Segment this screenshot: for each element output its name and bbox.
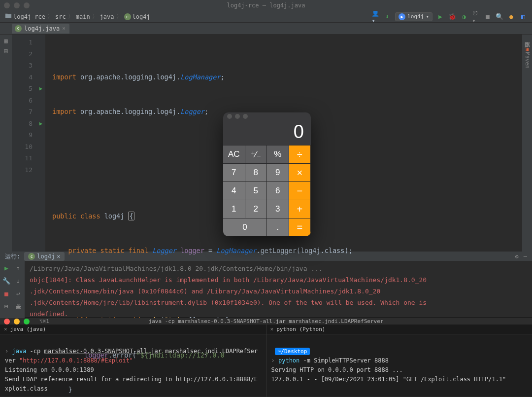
toolbar-right: 👤▾ ⬇ ▶log4j ▾ ▶ 🐞 ◑ ⏱▾ ■ 🔍 ● ◧ [371,12,527,21]
calc-display: 0 [223,120,311,145]
calc-decimal-button[interactable]: . [267,218,289,236]
run-side-toolbar: ▶↑ 🔧↓ ■↩ ⊟🖶 [0,261,25,322]
run-config-select[interactable]: ▶log4j ▾ [395,12,432,21]
search-icon[interactable]: 🔍 [496,13,503,21]
calc-9-button[interactable]: 9 [267,163,289,181]
calc-divide-button[interactable]: ÷ [289,145,311,163]
run-line-icon[interactable]: ▶ [39,120,43,127]
updates-icon[interactable]: ◧ [519,13,527,21]
calc-plusminus-button[interactable]: ⁺∕₋ [245,145,267,163]
right-tool-stripe: 数据库 m Maven [522,35,532,252]
avatar-icon[interactable]: ● [507,13,515,21]
bc-file[interactable]: clog4j [124,13,150,20]
maven-tool[interactable]: m Maven [524,47,531,69]
up-icon[interactable]: ↑ [14,264,22,272]
traffic-lights[interactable] [4,2,30,8]
build-icon[interactable]: ⬇ [383,13,391,21]
run-gutter: ▶ ▶ [36,35,45,252]
calc-equals-button[interactable]: = [289,218,311,236]
project-tool-icon[interactable]: ▦ [1,36,10,45]
terminal-titlebar: ⌥⌘1 java -cp marshalsec-0.0.3-SNAPSHOT-a… [0,318,532,325]
terminal-traffic-lights[interactable] [4,319,30,325]
calc-ac-button[interactable]: AC [223,145,245,163]
minimize-icon[interactable]: — [524,253,527,260]
debug-icon[interactable]: 🐞 [448,13,456,21]
left-tool-stripe: ▦ ▤ [0,35,12,252]
pane-tab-label: java (java) [10,326,46,332]
calc-subtract-button[interactable]: − [289,181,311,200]
terminal-hint: ⌥⌘1 [39,318,49,325]
print-icon[interactable]: 🖶 [14,302,22,310]
profile-icon[interactable]: ⏱▾ [472,13,480,21]
calc-add-button[interactable]: + [289,200,311,218]
calc-multiply-button[interactable]: × [289,163,311,181]
breadcrumbs: log4j-rce 〉 src 〉 main 〉 java 〉 clog4j [5,12,150,21]
navbar: log4j-rce 〉 src 〉 main 〉 java 〉 clog4j 👤… [0,11,532,23]
window-title: log4j-rce – log4j.java [227,2,305,9]
run-line-icon[interactable]: ▶ [39,85,43,92]
calc-8-button[interactable]: 8 [245,163,267,181]
calc-7-button[interactable]: 7 [223,163,245,181]
java-file-icon: c [15,25,22,32]
calc-6-button[interactable]: 6 [267,181,289,200]
close-icon[interactable]: × [62,25,66,32]
rerun-icon[interactable]: ▶ [2,264,10,272]
down-icon[interactable]: ↓ [14,277,22,285]
run-icon[interactable]: ▶ [436,13,444,21]
calc-4-button[interactable]: 4 [223,181,245,200]
wrap-icon[interactable]: ↩ [14,289,22,297]
mac-titlebar: log4j-rce – log4j.java [0,0,532,11]
calc-percent-button[interactable]: % [267,145,289,163]
calc-1-button[interactable]: 1 [223,200,245,218]
calc-0-button[interactable]: 0 [223,218,267,236]
run-label: 运行: [5,253,20,261]
bc-project[interactable]: log4j-rce [5,12,45,21]
bc-java[interactable]: java [100,13,114,20]
user-icon[interactable]: 👤▾ [371,13,379,21]
calc-2-button[interactable]: 2 [245,200,267,218]
editor-tabs: c log4j.java × [0,23,532,35]
close-icon[interactable]: × [4,326,7,332]
tab-label: log4j.java [24,25,60,32]
calculator-window[interactable]: 0 AC ⁺∕₋ % ÷ 7 8 9 × 4 5 6 − 1 2 3 + 0 .… [223,112,311,236]
bc-src[interactable]: src [55,13,66,20]
stop-icon[interactable]: ■ [484,13,492,21]
calc-5-button[interactable]: 5 [245,181,267,200]
layout-icon[interactable]: ⊟ [2,302,10,310]
terminal-title: java -cp marshalsec-0.0.3-SNAPSHOT-all.j… [149,318,384,325]
bc-main[interactable]: main [76,13,90,20]
wrench-icon[interactable]: 🔧 [2,277,10,285]
structure-tool-icon[interactable]: ▤ [1,46,10,55]
coverage-icon[interactable]: ◑ [460,13,468,21]
line-numbers: 123 456 789 101112 [12,35,36,252]
calc-traffic-lights[interactable] [223,112,311,120]
tab-log4j[interactable]: c log4j.java × [12,24,69,34]
calc-3-button[interactable]: 3 [267,200,289,218]
stop-icon[interactable]: ■ [2,289,10,297]
